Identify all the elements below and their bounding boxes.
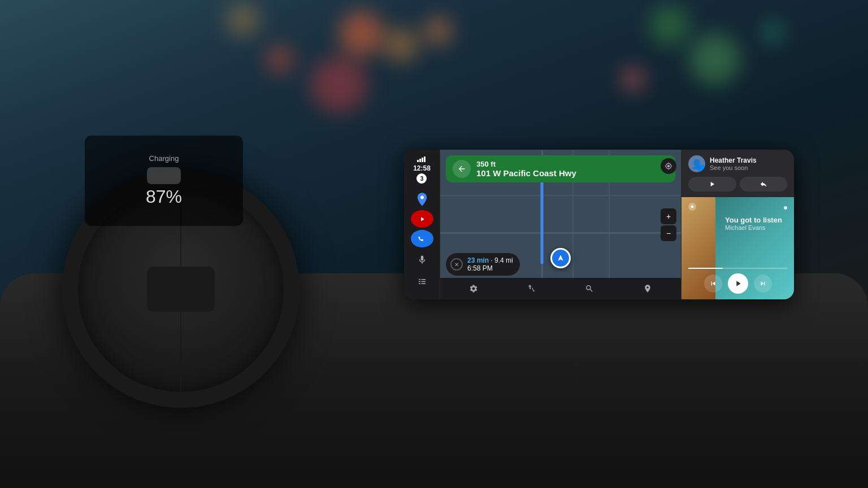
music-next-button[interactable] [754, 274, 772, 293]
nav-text: 350 ft 101 W Pacific Coast Hwy [476, 160, 576, 178]
music-top-row [688, 203, 787, 212]
message-actions [688, 177, 787, 191]
svg-point-4 [420, 195, 424, 199]
bokeh-light-7 [622, 68, 644, 90]
sidebar-icon-phone[interactable] [411, 230, 433, 247]
zoom-out-button[interactable]: − [661, 225, 676, 241]
svg-rect-0 [417, 160, 419, 162]
signal-icon [417, 156, 426, 163]
sidebar-bottom-icons [412, 250, 432, 295]
sidebar: 12:58 3 [404, 150, 440, 299]
messenger-badge [697, 164, 705, 172]
eta-separator: · 9.4 mi [491, 256, 513, 264]
svg-rect-2 [422, 158, 423, 162]
music-service-icon [688, 203, 696, 212]
steering-wheel-area [0, 0, 396, 488]
music-controls [688, 273, 787, 294]
right-panel: Heather Travis See you soon [681, 150, 794, 299]
eta-duration: 23 min [467, 256, 489, 264]
music-title: You got to listen [725, 216, 787, 224]
pin-button[interactable] [640, 281, 656, 297]
sidebar-mic-icon[interactable] [412, 250, 432, 270]
reply-message-button[interactable] [740, 177, 788, 191]
music-progress-bar [688, 268, 787, 269]
map-toolbar [440, 278, 681, 299]
music-previous-button[interactable] [704, 274, 722, 293]
status-bar: 12:58 3 [413, 154, 431, 188]
contact-name: Heather Travis [710, 156, 787, 164]
message-header: Heather Travis See you soon [688, 155, 787, 172]
position-marker [550, 248, 571, 268]
bokeh-light-10 [763, 23, 783, 42]
bokeh-light-4 [424, 17, 452, 45]
svg-point-9 [691, 206, 694, 208]
bokeh-light-5 [650, 6, 689, 45]
map-location-button[interactable] [661, 158, 676, 174]
sidebar-icon-maps[interactable] [411, 190, 433, 208]
eta-close-button[interactable]: ✕ [450, 258, 463, 271]
bokeh-light-6 [689, 34, 740, 85]
eta-bar: ✕ 23 min · 9.4 mi 6:58 PM [446, 253, 520, 276]
music-play-button[interactable] [728, 273, 748, 294]
music-status-dot [784, 206, 787, 210]
contact-avatar [688, 155, 705, 172]
music-info: You got to listen Michael Evans [725, 216, 787, 264]
settings-button[interactable] [466, 281, 481, 297]
search-button[interactable] [581, 281, 597, 297]
nav-instruction: 350 ft 101 W Pacific Coast Hwy [446, 155, 675, 182]
music-artist: Michael Evans [725, 224, 787, 231]
svg-point-7 [416, 233, 428, 245]
nav-turn-arrow [453, 160, 471, 178]
map-area: 350 ft 101 W Pacific Coast Hwy ✕ 23 min … [440, 150, 681, 299]
eta-info: 23 min · 9.4 mi 6:58 PM [467, 256, 513, 272]
music-card: You got to listen Michael Evans [682, 197, 794, 299]
music-progress-fill [688, 268, 723, 269]
cluster-percent: 87% [146, 186, 182, 207]
message-card: Heather Travis See you soon [682, 150, 794, 197]
sidebar-icon-youtube-music[interactable] [411, 210, 433, 228]
sidebar-grid-icon[interactable] [412, 272, 432, 293]
cluster-car-icon [147, 167, 181, 184]
cluster-charging-label: Charging [149, 154, 179, 163]
message-meta: Heather Travis See you soon [710, 156, 787, 171]
cluster-display: Charging 87% [85, 136, 243, 226]
nav-road: 101 W Pacific Coast Hwy [476, 168, 576, 178]
android-auto-display: 12:58 3 [404, 150, 794, 299]
message-preview: See you soon [710, 164, 787, 171]
notification-badge: 3 [416, 173, 427, 184]
svg-rect-3 [424, 156, 426, 162]
time-display: 12:58 [413, 164, 431, 172]
zoom-in-button[interactable]: + [661, 208, 676, 224]
routes-button[interactable] [524, 281, 540, 297]
play-message-button[interactable] [688, 177, 736, 191]
map-zoom-controls: + − [661, 208, 676, 241]
nav-distance: 350 ft [476, 160, 576, 168]
svg-rect-1 [419, 159, 421, 162]
eta-arrival: 6:58 PM [467, 264, 493, 272]
